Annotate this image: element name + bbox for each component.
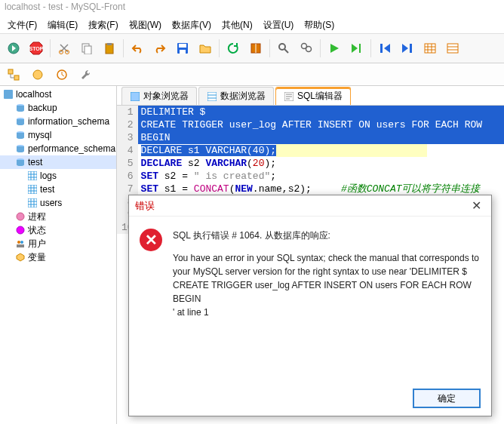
table-icon (27, 171, 38, 181)
tab-sql-editor[interactable]: SQL编辑器 (275, 87, 351, 105)
code-line: SET s2 = " is created"; (138, 170, 504, 183)
error-icon: ✕ (140, 229, 162, 251)
svg-rect-22 (14, 75, 19, 80)
svg-rect-16 (359, 44, 361, 53)
svg-rect-11 (180, 50, 186, 54)
database-icon (15, 130, 26, 140)
grid-icon (207, 91, 217, 102)
refresh-icon[interactable] (223, 38, 244, 59)
menu-view[interactable]: 视图(W) (124, 18, 166, 32)
svg-rect-25 (4, 90, 13, 99)
gear-icon (15, 211, 26, 222)
last-icon[interactable] (397, 38, 418, 59)
tree-db-test[interactable]: test (0, 155, 116, 169)
dialog-headline: SQL 执行错误 # 1064. 从数据库的响应: (173, 229, 481, 242)
tab-object-browser[interactable]: 对象浏览器 (121, 87, 197, 105)
tree-db-perfschema[interactable]: performance_schema (0, 142, 116, 155)
svg-rect-17 (380, 44, 383, 53)
tree-db-mysql[interactable]: mysql (0, 128, 116, 142)
tree-status[interactable]: 状态 (0, 223, 116, 237)
svg-point-15 (306, 47, 312, 52)
copy-icon[interactable] (76, 38, 97, 59)
status-icon (15, 225, 26, 235)
tree-label: 变量 (28, 251, 46, 264)
table-icon (27, 184, 38, 195)
tree-label: 进程 (28, 210, 46, 223)
stop-icon[interactable]: STOP (26, 38, 47, 59)
open-icon[interactable] (195, 38, 216, 59)
svg-rect-39 (131, 92, 140, 101)
menu-file[interactable]: 文件(F) (3, 18, 41, 32)
tree-label: logs (40, 171, 57, 181)
tree-processes[interactable]: 进程 (0, 210, 116, 223)
prop-icon[interactable] (27, 64, 48, 85)
svg-rect-20 (447, 44, 458, 53)
tab-label: 数据浏览器 (220, 90, 266, 103)
close-icon[interactable]: ✕ (467, 198, 485, 213)
first-icon[interactable] (374, 38, 395, 59)
run-icon[interactable] (3, 38, 24, 59)
menu-search[interactable]: 搜索(F) (84, 18, 122, 32)
tree-users[interactable]: 用户 (0, 237, 116, 250)
tree-db-infoschema[interactable]: information_schema (0, 115, 116, 128)
tree-variables[interactable]: 变量 (0, 250, 116, 264)
tree-label: performance_schema (28, 143, 115, 154)
sql-icon (284, 91, 294, 102)
tree-table-users[interactable]: users (0, 196, 116, 210)
book-icon[interactable] (245, 38, 266, 59)
grid2-icon[interactable] (442, 38, 463, 59)
table-icon (27, 198, 38, 208)
menu-bar: 文件(F) 编辑(E) 搜索(F) 视图(W) 数据库(V) 其他(N) 设置(… (0, 17, 504, 33)
ok-button[interactable]: 确定 (413, 389, 481, 408)
tree-db-backup[interactable]: backup (0, 101, 116, 115)
menu-edit[interactable]: 编辑(E) (43, 18, 82, 32)
search-icon[interactable] (273, 38, 294, 59)
tree-label: mysql (28, 130, 51, 140)
tree-label: 状态 (28, 224, 46, 237)
menu-database[interactable]: 数据库(V) (167, 18, 216, 32)
error-dialog: 错误 ✕ ✕ SQL 执行错误 # 1064. 从数据库的响应: You hav… (128, 195, 492, 416)
save-icon[interactable] (172, 38, 193, 59)
tree-toggle-icon[interactable] (3, 64, 24, 85)
menu-help[interactable]: 帮助(S) (300, 18, 339, 32)
tree-table-test[interactable]: test (0, 183, 116, 196)
redo-icon[interactable] (149, 38, 171, 59)
box-icon (15, 252, 26, 263)
sidebar: localhost backup information_schema mysq… (0, 86, 117, 424)
menu-settings[interactable]: 设置(U) (259, 18, 299, 32)
svg-text:STOP: STOP (29, 46, 44, 51)
svg-rect-10 (179, 44, 186, 48)
tab-data-browser[interactable]: 数据浏览器 (198, 87, 274, 105)
editor-tabs: 对象浏览器 数据浏览器 SQL编辑器 (117, 86, 504, 106)
svg-point-36 (17, 241, 20, 244)
svg-rect-40 (207, 92, 217, 101)
tree-label: backup (28, 103, 57, 113)
cut-icon[interactable] (54, 38, 75, 59)
svg-rect-8 (107, 43, 112, 45)
tab-label: SQL编辑器 (297, 90, 343, 103)
wrench-icon[interactable] (75, 64, 97, 85)
svg-rect-21 (8, 69, 13, 74)
svg-point-34 (17, 213, 24, 220)
paste-icon[interactable] (99, 38, 120, 59)
sub-toolbar (0, 63, 504, 86)
code-line: BEGIN (138, 131, 504, 144)
users-icon (15, 238, 26, 249)
svg-rect-31 (28, 171, 37, 180)
grid1-icon[interactable] (419, 38, 441, 59)
menu-other[interactable]: 其他(N) (217, 18, 257, 32)
tree-root[interactable]: localhost (0, 88, 116, 101)
svg-rect-6 (85, 46, 91, 54)
database-icon (15, 143, 26, 154)
window-title: localhost - test - MySQL-Front (0, 0, 504, 17)
execute-icon[interactable] (324, 38, 345, 59)
tree-table-logs[interactable]: logs (0, 169, 116, 183)
code-line: CREATE TRIGGER user_log AFTER INSERT ON … (138, 118, 504, 131)
clock-icon[interactable] (51, 64, 72, 85)
dialog-body-text: You have an error in your SQL syntax; ch… (173, 251, 481, 319)
tree-label: 用户 (28, 238, 46, 250)
undo-icon[interactable] (127, 38, 148, 59)
database-icon (15, 116, 26, 127)
execute-step-icon[interactable] (346, 38, 367, 59)
search-next-icon[interactable] (296, 38, 317, 59)
